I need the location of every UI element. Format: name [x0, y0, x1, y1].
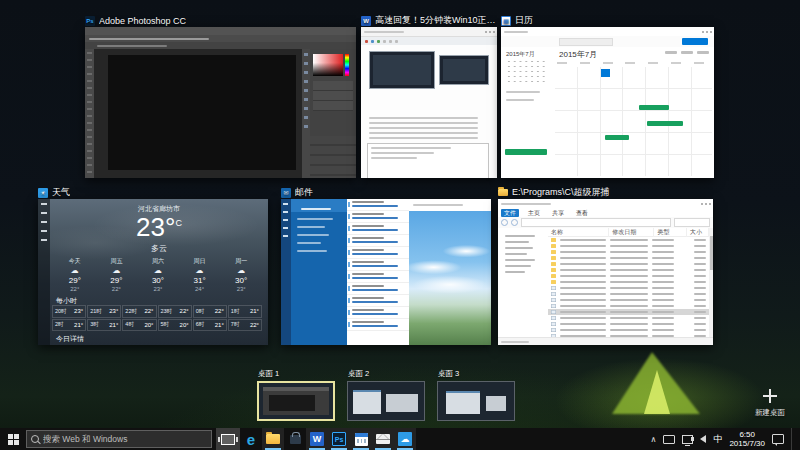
mail-account-header: [291, 199, 347, 212]
status-bar: [498, 337, 713, 345]
touch-keyboard-icon[interactable]: [663, 435, 675, 444]
show-desktop-button[interactable]: [791, 428, 796, 450]
calendar-search-box: [559, 38, 613, 46]
forecast-day: 周六 ☁ 30° 23°: [137, 257, 179, 293]
today-cell: [601, 69, 610, 77]
agenda-event: [505, 149, 547, 155]
action-center-icon[interactable]: [772, 434, 784, 444]
hourly-cell: 4时20°: [122, 319, 156, 332]
store-icon: [290, 435, 301, 444]
taskbar-edge[interactable]: e: [240, 428, 262, 450]
taskbar-weather[interactable]: ☁: [394, 428, 416, 450]
desktop-1-thumbnail[interactable]: [257, 381, 335, 421]
today-details-label: 今日详情: [56, 334, 84, 344]
search-input[interactable]: [43, 434, 207, 444]
window-weather-titlebar: ☀ 天气: [38, 186, 268, 199]
start-button[interactable]: [0, 428, 26, 450]
search-icon: [31, 435, 39, 443]
hourly-cell: 3时21°: [87, 319, 121, 332]
ime-indicator[interactable]: 中: [713, 433, 722, 446]
forum-content: [361, 45, 497, 178]
column-header: 类型: [654, 228, 687, 237]
file-icon: [551, 292, 556, 296]
w-app-icon: W: [310, 432, 324, 446]
taskbar: e W Ps ☁ ∧ 中 6:50 2015/7/30: [0, 428, 800, 450]
message-list-item: [347, 271, 409, 283]
taskbar-search[interactable]: [26, 430, 212, 448]
mini-month-grid: [506, 59, 547, 84]
volume-icon[interactable]: [700, 435, 706, 443]
hourly-cell: 0时22°: [193, 305, 227, 318]
month-grid: [555, 67, 712, 176]
message-list-item: [347, 283, 409, 295]
file-icon: [551, 238, 556, 242]
navigation-tree: [498, 228, 549, 338]
window-controls: [485, 31, 497, 33]
file-icon: [551, 244, 556, 248]
window-calendar-thumbnail[interactable]: 2015年7月 2015年7月: [501, 27, 714, 178]
window-explorer-title: E:\Programs\C\超级屏捕: [512, 186, 610, 199]
photoshop-menubar: [85, 35, 356, 42]
column-header: 修改日期: [609, 228, 654, 237]
column-headers: 名称修改日期类型大小: [548, 228, 709, 237]
event-bar: [647, 121, 683, 126]
scrollbar[interactable]: [709, 228, 713, 338]
window-mail-thumbnail[interactable]: [281, 199, 491, 345]
window-photoshop-thumbnail[interactable]: [85, 27, 356, 178]
weekday-header: [555, 61, 712, 66]
taskbar-mail[interactable]: [372, 428, 394, 450]
desktop-2-thumbnail[interactable]: [347, 381, 425, 421]
window-controls: [702, 31, 714, 33]
cloud-icon: ☁: [71, 267, 79, 275]
hourly-cell: 20时23°: [52, 305, 86, 318]
window-photoshop[interactable]: Ps Adobe Photoshop CC: [85, 14, 356, 178]
cloud-icon: ☁: [154, 267, 162, 275]
message-list-item: [347, 247, 409, 259]
tray-expand-icon[interactable]: ∧: [651, 435, 657, 444]
new-desktop-button[interactable]: 新建桌面: [746, 382, 794, 424]
windows-logo-icon: [8, 434, 19, 445]
taskbar-calendar[interactable]: [350, 428, 372, 450]
window-mail[interactable]: ✉ 邮件: [281, 186, 491, 345]
desktop-3-thumbnail[interactable]: [437, 381, 515, 421]
window-weather-thumbnail[interactable]: 河北省廊坊市 23°C 多云 今天 ☁ 29° 22° 周五 ☁ 29° 22°…: [38, 199, 268, 345]
calendar-taskbar-icon: [355, 433, 368, 446]
photoshop-app-titlebar: [85, 27, 356, 35]
window-forum-thumbnail[interactable]: [361, 27, 497, 178]
plus-icon: [762, 388, 778, 404]
file-list-pane: 名称修改日期类型大小: [548, 228, 709, 338]
window-forum-title: 高速回复！5分钟装Win10正式版...: [375, 14, 497, 27]
hourly-cell: 23时22°: [158, 305, 192, 318]
address-field: [521, 218, 671, 227]
calendar-sidebar: 2015年7月: [501, 47, 554, 178]
photoshop-panel-iconstrip: [302, 49, 310, 178]
window-weather[interactable]: ☀ 天气 河北省廊坊市 23°C 多云 今天 ☁ 29° 22° 周五 ☁ 29…: [38, 186, 268, 345]
taskbar-file-explorer[interactable]: [262, 428, 284, 450]
calendar-main: 2015年7月: [553, 47, 714, 178]
taskbar-w-app[interactable]: W: [306, 428, 328, 450]
window-controls: [701, 203, 713, 205]
message-list-item: [347, 199, 409, 211]
month-header: 2015年7月: [559, 49, 597, 60]
window-explorer[interactable]: E:\Programs\C\超级屏捕 文件主页共享查看 名称修改日期类型大小: [498, 186, 713, 345]
taskbar-clock[interactable]: 6:50 2015/7/30: [729, 430, 765, 448]
message-list-item: [347, 295, 409, 307]
window-mail-title: 邮件: [295, 186, 313, 199]
hourly-cell: 5时20°: [158, 319, 192, 332]
window-explorer-thumbnail[interactable]: 文件主页共享查看 名称修改日期类型大小: [498, 199, 713, 345]
mail-message-list: [347, 199, 410, 345]
window-calendar[interactable]: ▦ 日历 2015年7月 2015年7月: [501, 14, 714, 178]
file-rows: [548, 237, 709, 338]
taskbar-photoshop[interactable]: Ps: [328, 428, 350, 450]
desktop-2-label: 桌面 2: [348, 369, 369, 379]
window-forum[interactable]: W 高速回复！5分钟装Win10正式版...: [361, 14, 497, 178]
task-view-button[interactable]: [216, 428, 240, 450]
taskbar-store[interactable]: [284, 428, 306, 450]
window-explorer-titlebar: E:\Programs\C\超级屏捕: [498, 186, 713, 199]
mail-app-icon: ✉: [281, 188, 291, 198]
file-icon: [551, 328, 556, 332]
hourly-cell: 22时22°: [122, 305, 156, 318]
color-picker-hue-strip: [345, 54, 349, 76]
file-icon: [551, 304, 556, 308]
forum-toolbar: [361, 37, 497, 45]
